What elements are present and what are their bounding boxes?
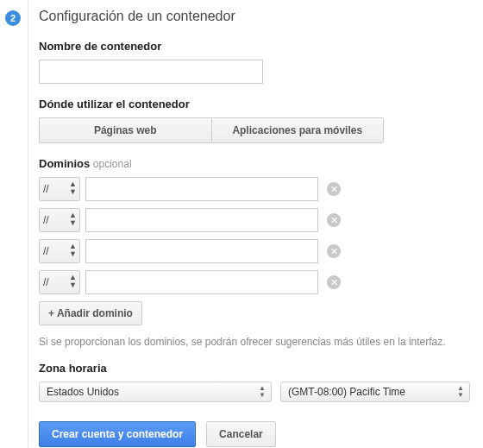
timezone-label: Zona horaria [39, 362, 483, 375]
cancel-button[interactable]: Cancelar [206, 421, 276, 447]
remove-domain-button[interactable]: ✕ [327, 244, 341, 258]
domain-input[interactable] [85, 270, 318, 294]
timezone-zone-value: (GMT-08:00) Pacific Time [288, 386, 405, 398]
page-title: Configuración de un contenedor [39, 9, 483, 24]
container-name-label: Nombre de contenedor [39, 40, 483, 53]
step-badge: 2 [5, 10, 21, 26]
timezone-row: Estados Unidos ▲▼ (GMT-08:00) Pacific Ti… [39, 382, 483, 402]
add-domain-button[interactable]: + Añadir dominio [39, 301, 142, 325]
protocol-select[interactable]: // ▲▼ [39, 239, 80, 263]
usage-option-mobile[interactable]: Aplicaciones para móviles [211, 117, 385, 143]
remove-domain-button[interactable]: ✕ [327, 182, 341, 196]
usage-segmented-control: Páginas web Aplicaciones para móviles [39, 117, 384, 143]
form-content: Configuración de un contenedor Nombre de… [28, 0, 483, 448]
domains-optional-text: opcional [93, 158, 132, 170]
form-actions: Crear cuenta y contenedor Cancelar [39, 421, 483, 447]
chevron-updown-icon: ▲▼ [259, 385, 266, 399]
protocol-select[interactable]: // ▲▼ [39, 177, 80, 201]
usage-option-web[interactable]: Páginas web [39, 117, 211, 143]
close-icon: ✕ [330, 277, 338, 287]
chevron-updown-icon: ▲▼ [69, 243, 76, 258]
chevron-updown-icon: ▲▼ [69, 274, 76, 289]
domains-label: Dominios opcional [39, 157, 483, 170]
chevron-updown-icon: ▲▼ [69, 180, 76, 196]
domains-hint: Si se proporcionan los dominios, se podr… [39, 336, 483, 348]
create-account-button[interactable]: Crear cuenta y contenedor [39, 421, 196, 447]
container-name-input[interactable] [39, 60, 263, 84]
chevron-updown-icon: ▲▼ [457, 385, 464, 399]
close-icon: ✕ [330, 184, 338, 194]
close-icon: ✕ [330, 215, 338, 225]
remove-domain-button[interactable]: ✕ [327, 213, 341, 227]
timezone-zone-select[interactable]: (GMT-08:00) Pacific Time ▲▼ [280, 382, 470, 402]
close-icon: ✕ [330, 246, 338, 256]
domain-input[interactable] [85, 177, 318, 201]
protocol-select[interactable]: // ▲▼ [39, 270, 80, 294]
timezone-country-select[interactable]: Estados Unidos ▲▼ [39, 382, 272, 402]
chevron-updown-icon: ▲▼ [69, 211, 76, 227]
domains-label-text: Dominios [39, 157, 90, 170]
domain-row: // ▲▼ ✕ [39, 239, 483, 263]
domain-row: // ▲▼ ✕ [39, 208, 483, 232]
protocol-select[interactable]: // ▲▼ [39, 208, 80, 232]
timezone-country-value: Estados Unidos [47, 386, 119, 398]
domain-row: // ▲▼ ✕ [39, 270, 483, 294]
domain-input[interactable] [85, 239, 318, 263]
domain-row: // ▲▼ ✕ [39, 177, 483, 201]
usage-label: Dónde utilizar el contenedor [39, 98, 483, 110]
protocol-value: // [43, 183, 49, 195]
protocol-value: // [43, 245, 49, 257]
remove-domain-button[interactable]: ✕ [327, 275, 341, 289]
protocol-value: // [43, 214, 49, 226]
protocol-value: // [43, 276, 49, 288]
domain-input[interactable] [85, 208, 318, 232]
